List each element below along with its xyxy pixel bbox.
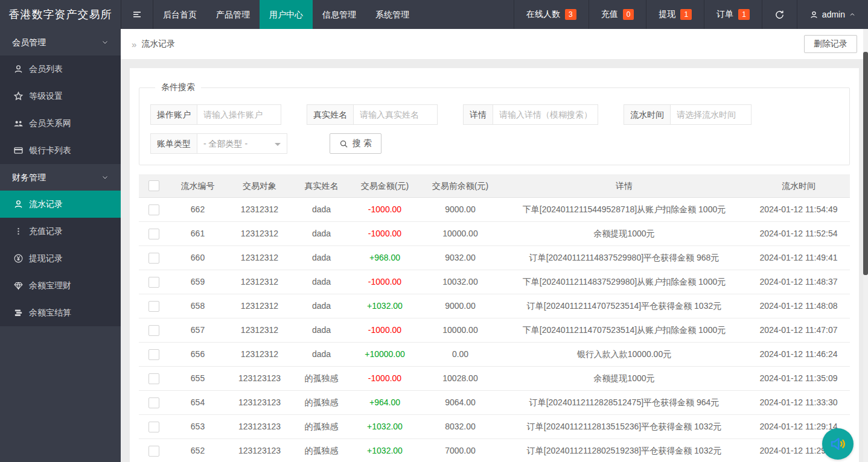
search-field-label: 真实姓名 bbox=[307, 104, 354, 125]
sidebar-item[interactable]: 会员列表 bbox=[0, 55, 121, 83]
scrollbar[interactable] bbox=[863, 29, 868, 462]
table-row: 655123123123的孤独感-1000.0010028.00余额提现1000… bbox=[139, 367, 850, 391]
cell-amount: +1032.00 bbox=[350, 294, 420, 318]
layers-icon bbox=[13, 308, 24, 318]
header-stats: 在线人数3充值0提现1订单1 bbox=[514, 0, 762, 29]
sidebar-section-title[interactable]: 财务管理 bbox=[0, 164, 121, 191]
nav-item[interactable]: 后台首页 bbox=[153, 0, 206, 29]
cell-detail: 下单[20240112114837529980]从账户扣除金额 1000元 bbox=[501, 270, 747, 294]
cell-detail: 订单[20240112114837529980]平仓获得金额 968元 bbox=[501, 246, 747, 270]
select-all-checkbox[interactable] bbox=[148, 180, 159, 191]
sidebar-item-label: 会员列表 bbox=[29, 64, 63, 75]
row-checkbox[interactable] bbox=[148, 397, 159, 408]
row-checkbox[interactable] bbox=[148, 301, 159, 312]
cell-name: dada bbox=[293, 343, 350, 366]
user-icon bbox=[13, 199, 24, 209]
cell-amount: +964.00 bbox=[350, 391, 420, 414]
sidebar-item[interactable]: 充值记录 bbox=[0, 218, 121, 245]
cell-target: 12312312 bbox=[226, 246, 293, 270]
sidebar-item[interactable]: 等级设置 bbox=[0, 83, 121, 110]
search-input-real-name[interactable] bbox=[353, 104, 438, 125]
sidebar-section-title[interactable]: 会员管理 bbox=[0, 29, 121, 55]
row-checkbox[interactable] bbox=[148, 446, 159, 457]
row-checkbox-cell bbox=[139, 439, 169, 462]
sidebar-item-label: 余额宝理财 bbox=[29, 280, 71, 291]
audio-floating-button[interactable] bbox=[822, 428, 854, 460]
cell-amount: -1000.00 bbox=[350, 198, 420, 221]
admin-username: admin bbox=[822, 10, 845, 19]
bill-type-select[interactable]: - 全部类型 - bbox=[197, 133, 287, 154]
column-header: 交易金额(元) bbox=[350, 174, 420, 197]
row-checkbox[interactable] bbox=[148, 349, 159, 360]
scrollbar-thumb[interactable] bbox=[863, 52, 868, 275]
search-button[interactable]: 搜 索 bbox=[330, 133, 381, 154]
sidebar-item-label: 充值记录 bbox=[29, 226, 63, 237]
table-header: 流水编号交易对象真实姓名交易金额(元)交易前余额(元)详情流水时间 bbox=[139, 174, 850, 198]
header-stat[interactable]: 提现1 bbox=[646, 0, 704, 29]
search-field-group: 操作账户 bbox=[150, 104, 281, 125]
cell-id: 659 bbox=[169, 270, 226, 294]
row-checkbox[interactable] bbox=[148, 373, 159, 384]
row-checkbox[interactable] bbox=[148, 422, 159, 432]
row-checkbox[interactable] bbox=[148, 277, 159, 288]
nav-item[interactable]: 用户中心 bbox=[260, 0, 313, 29]
cell-target: 12312312 bbox=[226, 222, 293, 245]
sidebar-item[interactable]: 流水记录 bbox=[0, 191, 121, 218]
sidebar-item[interactable]: 余额宝理财 bbox=[0, 272, 121, 299]
search-input-detail[interactable] bbox=[493, 104, 598, 125]
cell-id: 653 bbox=[169, 415, 226, 438]
sidebar-item[interactable]: 余额宝结算 bbox=[0, 299, 121, 326]
delete-records-button[interactable]: 删除记录 bbox=[804, 35, 857, 53]
admin-menu[interactable]: admin bbox=[797, 0, 868, 29]
group-icon bbox=[13, 118, 24, 128]
row-checkbox-cell bbox=[139, 246, 169, 270]
search-field-group: 流水时间 bbox=[624, 104, 752, 125]
row-checkbox[interactable] bbox=[148, 325, 159, 336]
sidebar-section-items: 流水记录充值记录提现记录余额宝理财余额宝结算 bbox=[0, 191, 121, 326]
breadcrumb-chevrons-icon: » bbox=[132, 39, 136, 49]
cell-target: 12312312 bbox=[226, 318, 293, 342]
sidebar-item[interactable]: 提现记录 bbox=[0, 245, 121, 272]
cell-time: 2024-01-12 11:35:09 bbox=[747, 367, 850, 390]
cell-name: 的孤独感 bbox=[293, 439, 350, 462]
sidebar-item-label: 等级设置 bbox=[29, 91, 63, 102]
nav-item[interactable]: 系统管理 bbox=[366, 0, 419, 29]
header-stat[interactable]: 订单1 bbox=[704, 0, 762, 29]
user-icon bbox=[809, 10, 819, 19]
sidebar-item[interactable]: 会员关系网 bbox=[0, 110, 121, 137]
sidebar-item[interactable]: 银行卡列表 bbox=[0, 137, 121, 164]
nav-item[interactable]: 产品管理 bbox=[206, 0, 260, 29]
cell-amount: +1032.00 bbox=[350, 439, 420, 462]
menu-toggle-button[interactable] bbox=[121, 0, 153, 29]
sidebar-item-label: 流水记录 bbox=[29, 199, 63, 210]
cell-target: 123123123 bbox=[226, 415, 293, 438]
cell-balance: 10000.00 bbox=[420, 222, 501, 245]
search-input-operator-account[interactable] bbox=[197, 104, 281, 125]
table-row: 65712312312dada-1000.0010000.00下单[202401… bbox=[139, 318, 850, 343]
row-checkbox[interactable] bbox=[148, 253, 159, 264]
table-header-row: 流水编号交易对象真实姓名交易金额(元)交易前余额(元)详情流水时间 bbox=[139, 174, 850, 198]
cell-amount: -1000.00 bbox=[350, 367, 420, 390]
cell-target: 123123123 bbox=[226, 367, 293, 390]
cell-balance: 9000.00 bbox=[420, 198, 501, 221]
cell-detail: 订单[20240112112813515236]平仓获得金额 1032元 bbox=[501, 415, 747, 438]
cell-id: 661 bbox=[169, 222, 226, 245]
header-stat[interactable]: 在线人数3 bbox=[514, 0, 589, 29]
speaker-icon bbox=[829, 435, 847, 453]
refresh-button[interactable] bbox=[762, 0, 797, 29]
row-checkbox-cell bbox=[139, 222, 169, 245]
row-checkbox-cell bbox=[139, 415, 169, 438]
stat-badge: 3 bbox=[565, 9, 576, 20]
yen-icon bbox=[13, 253, 24, 264]
cell-time: 2024-01-12 11:52:54 bbox=[747, 222, 850, 245]
row-checkbox[interactable] bbox=[148, 204, 159, 215]
stat-label: 订单 bbox=[716, 9, 733, 20]
cell-target: 123123123 bbox=[226, 439, 293, 462]
nav-item[interactable]: 信息管理 bbox=[313, 0, 366, 29]
cell-time: 2024-01-12 11:49:41 bbox=[747, 246, 850, 270]
breadcrumb-title: 流水记录 bbox=[141, 39, 175, 49]
search-field-group: 真实姓名 bbox=[307, 104, 438, 125]
row-checkbox[interactable] bbox=[148, 229, 159, 239]
search-input-flow-time[interactable] bbox=[670, 104, 752, 125]
header-stat[interactable]: 充值0 bbox=[589, 0, 646, 29]
